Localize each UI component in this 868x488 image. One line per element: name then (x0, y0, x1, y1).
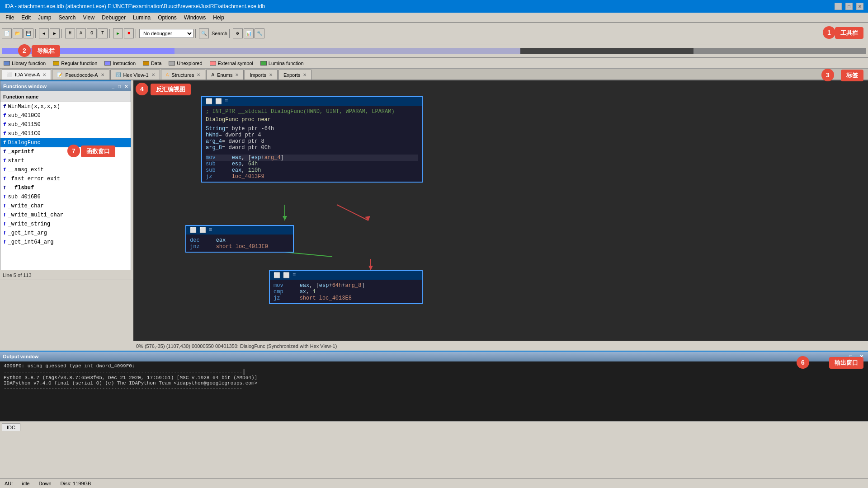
tab-exports[interactable]: Exports ✕ (278, 70, 311, 80)
func-name-11: _write_char (8, 203, 44, 209)
functions-list[interactable]: f WinMain(x,x,x,x) f sub_4010C0 f sub_40… (0, 102, 131, 270)
func-name-4: DialogFunc (8, 140, 41, 146)
minimize-button[interactable]: — (835, 3, 842, 10)
toolbar-open[interactable]: 📂 (13, 28, 23, 38)
toolbar-save[interactable]: 💾 (24, 28, 33, 38)
func-amsg-exit[interactable]: f __amsg_exit (0, 165, 131, 174)
func-write-string[interactable]: f _write_string (0, 220, 131, 229)
func-icon-11: f (3, 203, 6, 209)
disk-label: Disk: 1199GB (61, 481, 91, 486)
tab-exports-close[interactable]: ✕ (303, 72, 307, 77)
func-winmain[interactable]: f WinMain(x,x,x,x) (0, 102, 131, 111)
close-button[interactable]: ✕ (856, 3, 863, 10)
annotation-badge-7: 7 (67, 145, 80, 157)
toolbar-graph[interactable]: G (87, 28, 97, 38)
instr-dec: dec eax (190, 237, 289, 244)
legend-regular: Regular function (53, 61, 97, 66)
tab-struct-icon: A (166, 72, 169, 77)
tab-hex-icon: 🔢 (115, 72, 121, 77)
tab-pseudo-icon: 📝 (57, 72, 62, 77)
func-401150[interactable]: f sub_401150 (0, 120, 131, 129)
output-content[interactable]: 4099F0: using guessed type int dword_409… (0, 361, 868, 421)
menu-edit[interactable]: Edit (18, 14, 34, 22)
output-tab-idc[interactable]: IDC (2, 423, 20, 431)
legend-lumina-box (260, 61, 267, 66)
menu-windows[interactable]: Windows (180, 14, 210, 22)
panel-restore[interactable]: □ (118, 84, 121, 89)
tab-struct-close[interactable]: ✕ (197, 72, 200, 77)
tab-pseudocode[interactable]: 📝 Pseudocode-A ✕ (52, 70, 109, 80)
tab-hex-close[interactable]: ✕ (151, 72, 155, 77)
output-line-4: ----------------------------------------… (4, 386, 864, 391)
legend-external-box (210, 61, 216, 66)
toolbar-text[interactable]: T (98, 28, 108, 38)
func-write-multi[interactable]: f _write_multi_char (0, 211, 131, 220)
func-name-0: WinMain(x,x,x,x) (8, 103, 60, 110)
svg-marker-11 (365, 216, 370, 221)
tab-imports[interactable]: Imports ✕ (245, 70, 278, 80)
state-label: idle (22, 481, 29, 486)
menu-search[interactable]: Search (55, 14, 79, 22)
ida-view-area[interactable]: 4 反汇编视图 ⬜ ⬜ ≡ ; INT_PTR __stdcall Dialog… (133, 80, 868, 351)
func-start[interactable]: f start (0, 156, 131, 165)
tab-pseudo-close[interactable]: ✕ (101, 72, 104, 77)
menu-jump[interactable]: Jump (34, 14, 55, 22)
panel-minimize[interactable]: _ (112, 84, 114, 89)
func-fast-error[interactable]: f _fast_error_exit (0, 174, 131, 183)
tab-ida-view[interactable]: ⬜ IDA View-A ✕ (2, 70, 51, 80)
toolbar-hex[interactable]: H (65, 28, 75, 38)
menu-options[interactable]: Options (154, 14, 180, 22)
bottom-status-bar: AU: idle Down Disk: 1199GB (0, 478, 868, 488)
func-write-char[interactable]: f _write_char (0, 202, 131, 211)
toolbar-new[interactable]: 📄 (2, 28, 12, 38)
menu-lumina[interactable]: Lumina (129, 14, 154, 22)
status-bar: 0% (576,-35) (1107,430) 00000550 0040135… (133, 341, 868, 351)
panel-close[interactable]: ✕ (124, 84, 128, 89)
nav-scroll[interactable] (2, 48, 866, 54)
tab-structures[interactable]: A Structures ✕ (161, 70, 206, 80)
func-4011c0[interactable]: f sub_4011C0 (0, 129, 131, 138)
menu-help[interactable]: Help (209, 14, 228, 22)
code-block-3[interactable]: ⬜ ⬜ ≡ mov eax, [esp+64h+arg_8] cmp ax, 1… (269, 270, 423, 304)
code-block-2[interactable]: ⬜ ⬜ ≡ dec eax jnz short loc_4013E0 (185, 225, 294, 253)
func-icon-10: f (3, 194, 6, 200)
func-icon-2: f (3, 122, 6, 127)
func-get-int64[interactable]: f _get_int64_arg (0, 238, 131, 247)
func-icon-9: f (3, 185, 6, 191)
annotation-label-6: 输出窗口 (829, 357, 863, 369)
legend-instruction-label: Instruction (113, 61, 136, 66)
menu-debugger[interactable]: Debugger (98, 14, 129, 22)
status-text: 0% (576,-35) (1107,430) 00000550 0040135… (136, 343, 337, 349)
main-code-block[interactable]: ⬜ ⬜ ≡ ; INT_PTR __stdcall DialogFunc(HWN… (201, 96, 423, 183)
toolbar-run[interactable]: ▶ (113, 28, 123, 38)
line-info: Line 5 of 113 (0, 270, 133, 280)
toolbar-extra3[interactable]: 🔧 (255, 28, 264, 38)
toolbar-stop[interactable]: ■ (124, 28, 134, 38)
tab-enum-close[interactable]: ✕ (235, 72, 239, 77)
func-4016b6[interactable]: f sub_4016B6 (0, 192, 131, 202)
search-label: Search (212, 31, 227, 36)
toolbar-extra1[interactable]: ⚙ (233, 28, 243, 38)
tab-ida-close[interactable]: ✕ (42, 72, 46, 77)
tab-hex[interactable]: 🔢 Hex View-1 ✕ (110, 70, 160, 80)
toolbar-back[interactable]: ◀ (39, 28, 49, 38)
func-4010c0[interactable]: f sub_4010C0 (0, 111, 131, 120)
debugger-select[interactable]: No debugger (139, 29, 193, 38)
toolbar-fwd[interactable]: ▶ (50, 28, 60, 38)
func-icon-15: f (3, 239, 6, 245)
tab-enums[interactable]: A Enums ✕ (206, 70, 244, 80)
toolbar-sep-5 (195, 29, 197, 38)
toolbar-extra2[interactable]: 📊 (244, 28, 254, 38)
menu-file[interactable]: File (2, 14, 18, 22)
tab-imports-close[interactable]: ✕ (269, 72, 273, 77)
func-get-int-arg[interactable]: f _get_int_arg (0, 229, 131, 238)
func-flsbuf[interactable]: f __flsbuf (0, 183, 131, 192)
legend-instruction-box (104, 61, 111, 66)
svg-marker-14 (368, 266, 373, 270)
maximize-button[interactable]: □ (845, 3, 853, 10)
func-icon-14: f (3, 230, 6, 236)
toolbar-asm[interactable]: A (76, 28, 86, 38)
tab-hex-label: Hex View-1 (123, 72, 149, 78)
menu-view[interactable]: View (79, 14, 98, 22)
toolbar-search[interactable]: 🔍 (199, 28, 209, 38)
